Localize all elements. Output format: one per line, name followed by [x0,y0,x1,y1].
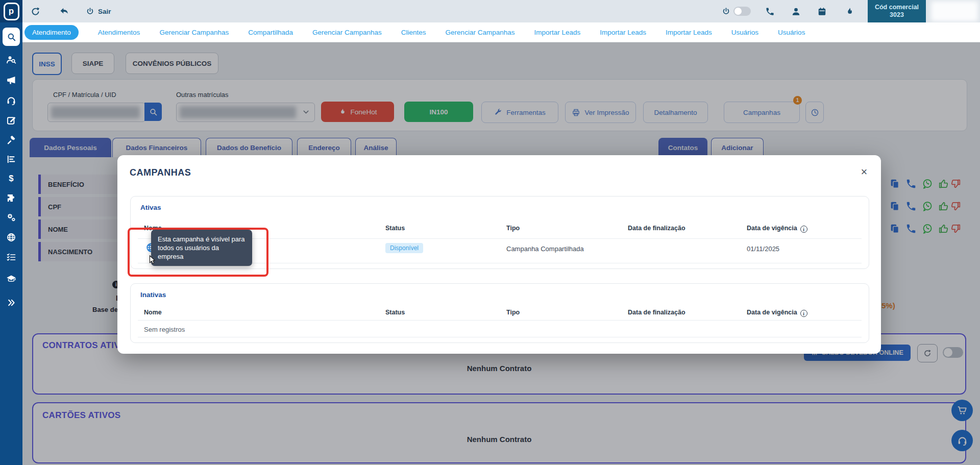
globe-tooltip: Esta campanha é visível para todos os us… [151,230,252,266]
commercial-code-label: Cód comercial [868,4,926,11]
col-tipo: Tipo [506,309,520,316]
divider [138,337,862,337]
user-name-redacted [931,1,978,21]
chart-bars-icon [6,154,16,164]
campaign-vigencia: 01/11/2025 [747,245,779,253]
app-logo[interactable]: p [0,0,22,22]
power-status-icon[interactable] [722,0,730,22]
nav-tab-importar-leads-1[interactable]: Importar Leads [534,29,580,36]
sidebar-item-tasks[interactable] [0,250,22,265]
col-data-finalizacao: Data de finalização [628,309,685,316]
col-data-vigencia-label: Data de vigência [747,309,797,316]
power-icon [86,7,94,16]
chevrons-right-icon [7,298,16,307]
sidebar-item-consult-client[interactable] [0,52,22,67]
globe-icon [6,232,16,242]
inativas-heading: Inativas [140,291,166,299]
undo-button[interactable] [59,0,69,22]
dollar-icon [6,174,16,184]
phone-button[interactable] [765,0,775,22]
megaphone-icon [6,75,16,85]
info-outline-icon[interactable]: i [800,310,807,317]
logout-label: Sair [98,8,111,15]
checklist-icon [6,252,16,262]
sidebar: p [0,0,22,465]
nav-tab-usuarios-1[interactable]: Usuários [731,29,758,36]
nav-tab-usuarios-2[interactable]: Usuários [778,29,805,36]
flame-icon [845,7,854,16]
nav-tab-gerenciar-campanhas-2[interactable]: Gerenciar Campanhas [312,29,382,36]
phone-icon [765,7,775,16]
puzzle-icon [6,193,16,203]
commercial-code-value: 3023 [868,11,926,19]
campanhas-modal: CAMPANHAS × Ativas Nome Status Tipo Data… [117,155,881,354]
headset-icon [6,95,16,106]
mouse-cursor-icon [146,254,158,265]
nav-tab-importar-leads-3[interactable]: Importar Leads [666,29,712,36]
nav-tab-gerenciar-campanhas-1[interactable]: Gerenciar Campanhas [159,29,229,36]
search-icon [7,32,16,42]
nav-tab-importar-leads-2[interactable]: Importar Leads [600,29,646,36]
calendar-icon [817,7,827,16]
graduation-cap-icon [6,274,16,284]
ativas-heading: Ativas [140,204,161,211]
sidebar-item-finance[interactable] [0,171,22,186]
logout-button[interactable]: Sair [86,0,111,22]
campaign-tipo: Campanha Compartilhada [506,245,584,253]
col-status: Status [385,309,405,316]
main-nav: Atendimento Atendimentos Gerenciar Campa… [22,22,980,42]
nav-tab-compartilhada[interactable]: Compartilhada [248,29,293,36]
nav-tab-clientes[interactable]: Clientes [401,29,426,36]
sidebar-expand[interactable] [0,295,22,310]
refresh-icon [31,7,40,16]
sidebar-item-search[interactable] [3,28,20,46]
gears-icon [6,212,16,223]
nav-tab-atendimento[interactable]: Atendimento [24,25,79,40]
toggle-knob [734,8,742,15]
sidebar-item-reports[interactable] [0,152,22,167]
sidebar-item-web[interactable] [0,230,22,245]
divider [138,320,862,321]
modal-title: CAMPANHAS [130,167,191,178]
col-data-vigencia: Data de vigênciai [747,309,807,317]
sidebar-item-integrations[interactable] [0,190,22,206]
calendar-button[interactable] [817,0,827,22]
app-window: p Sair Cód comercial3023 Atendimento Ate… [0,0,980,465]
col-status: Status [385,225,405,232]
topbar: Sair Cód comercial3023 [22,0,980,22]
col-tipo: Tipo [506,225,520,232]
sidebar-item-training[interactable] [0,272,22,287]
status-badge: Disponível [385,243,423,253]
sidebar-item-register[interactable] [0,113,22,128]
logo-p-icon: p [4,3,19,20]
sidebar-item-campaigns[interactable] [0,72,22,88]
sidebar-item-settings[interactable] [0,210,22,225]
refresh-button[interactable] [31,0,40,22]
hot-leads-button[interactable] [845,0,854,22]
col-data-finalizacao: Data de finalização [628,225,685,232]
power-icon [722,7,730,16]
sidebar-item-tools[interactable] [0,132,22,148]
info-outline-icon[interactable]: i [800,226,807,233]
edit-icon [6,115,16,126]
sidebar-item-support[interactable] [0,93,22,108]
person-icon [791,7,801,16]
nav-tab-gerenciar-campanhas-3[interactable]: Gerenciar Campanhas [446,29,515,36]
col-nome: Nome [144,309,162,316]
empty-row-message: Sem registros [144,326,185,333]
user-search-icon [6,55,16,65]
hammer-icon [6,135,16,145]
user-button[interactable] [791,0,801,22]
col-data-vigencia-label: Data de vigência [747,225,797,232]
undo-icon [59,6,69,16]
availability-toggle[interactable] [733,7,751,16]
col-data-vigencia: Data de vigênciai [747,225,807,233]
commercial-code-badge: Cód comercial3023 [868,0,926,22]
nav-tab-atendimentos[interactable]: Atendimentos [98,29,140,36]
modal-close-button[interactable]: × [857,165,871,179]
